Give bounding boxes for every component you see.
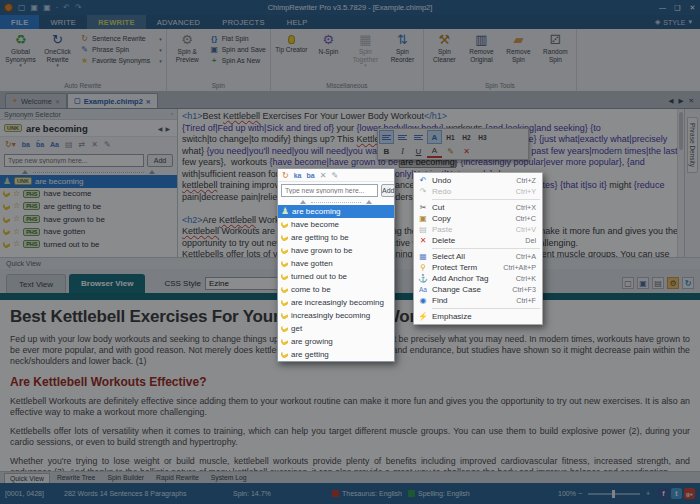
undo-icon: ↶: [414, 176, 432, 185]
anchor-icon: ⚓: [414, 274, 432, 283]
find-icon: ◉: [414, 296, 432, 305]
popup-synonym-item[interactable]: are growing: [278, 335, 394, 348]
redo-icon: ↷: [414, 187, 432, 196]
menu-item-find[interactable]: ◉FindCtrl+F: [414, 295, 542, 306]
menu-item-label: Protect Term: [432, 263, 503, 272]
synonym-text: are becoming: [292, 207, 340, 216]
popup-synonym-item[interactable]: have become: [278, 218, 394, 231]
synonym-text: are increasingly becoming: [291, 298, 384, 307]
remove-icon[interactable]: ✕: [320, 171, 327, 180]
popup-synonym-list: ♟are becominghave becomeare getting to b…: [278, 205, 394, 361]
chimprewriter-window: ▢ ▣ ▣ · ↶ ↷ ChimpRewriter Pro v3.5.7829 …: [0, 0, 700, 504]
menu-shortcut: Ctrl+Alt+P: [503, 263, 536, 272]
banana-icon: [280, 272, 289, 281]
banana-icon: [280, 311, 289, 320]
synonym-text: have grown to be: [291, 246, 352, 255]
synonym-text: come to be: [291, 285, 331, 294]
popup-synonym-item[interactable]: are increasingly becoming: [278, 296, 394, 309]
synonym-text: are growing: [291, 337, 333, 346]
menu-item-emphasize[interactable]: ⚡Emphasize: [414, 311, 542, 322]
banana-icon: [280, 298, 289, 307]
menu-shortcut: Ctrl+Z: [516, 176, 536, 185]
edit-icon[interactable]: ✎: [331, 171, 338, 180]
popup-synonym-item[interactable]: come to be: [278, 283, 394, 296]
menu-item-label: Copy: [432, 214, 515, 223]
menu-shortcut: Ctrl+K: [516, 274, 536, 283]
menu-item-label: Paste: [432, 225, 516, 234]
banana-icon: [280, 233, 289, 242]
synonym-text: increasingly becoming: [291, 311, 370, 320]
change-case-icon: Aa: [414, 286, 432, 293]
menu-item-cut[interactable]: ✂CutCtrl+X: [414, 202, 542, 213]
case-icon[interactable]: ka: [294, 172, 302, 179]
menu-shortcut: Ctrl+Y: [516, 187, 536, 196]
synonym-popup: ↻ ka ba ✕ ✎ Add ♟are becominghave become…: [277, 168, 395, 362]
menu-item-copy[interactable]: ▣CopyCtrl+C: [414, 213, 542, 224]
cut-icon: ✂: [414, 203, 432, 212]
menu-item-delete[interactable]: ✕DeleteDel: [414, 235, 542, 246]
menu-item-label: Cut: [432, 203, 516, 212]
popup-synonym-item[interactable]: have gotten: [278, 257, 394, 270]
menu-item-add-anchor-tag[interactable]: ⚓Add Anchor TagCtrl+K: [414, 273, 542, 284]
synonym-text: have gotten: [291, 259, 333, 268]
person-icon: ♟: [281, 207, 289, 216]
paste-icon: ▤: [414, 225, 432, 234]
popup-synonym-item[interactable]: are getting to be: [278, 231, 394, 244]
menu-separator: [432, 248, 540, 249]
menu-item-redo[interactable]: ↷RedoCtrl+Y: [414, 186, 542, 197]
banana-icon: [280, 246, 289, 255]
case-icon[interactable]: ba: [307, 172, 315, 179]
menu-item-undo[interactable]: ↶UndoCtrl+Z: [414, 175, 542, 186]
popup-synonym-item[interactable]: ♟are becoming: [278, 205, 394, 218]
protect-term-icon: ⚲: [414, 263, 432, 272]
popup-synonym-item[interactable]: increasingly becoming: [278, 309, 394, 322]
menu-item-protect-term[interactable]: ⚲Protect TermCtrl+Alt+P: [414, 262, 542, 273]
spin-icon[interactable]: ↻: [282, 171, 289, 180]
delete-icon: ✕: [414, 236, 432, 245]
menu-item-label: Add Anchor Tag: [432, 274, 516, 283]
popup-add-button[interactable]: Add: [381, 184, 395, 197]
menu-item-label: Redo: [432, 187, 516, 196]
menu-shortcut: Del: [525, 236, 536, 245]
synonym-text: are getting: [291, 350, 329, 359]
synonym-text: are getting to be: [291, 233, 349, 242]
banana-icon: [280, 324, 289, 333]
banana-icon: [280, 285, 289, 294]
copy-icon: ▣: [414, 214, 432, 223]
menu-item-label: Select All: [432, 252, 516, 261]
select-all-icon: ▦: [414, 252, 432, 261]
menu-item-label: Delete: [432, 236, 525, 245]
menu-separator: [432, 199, 540, 200]
popup-new-synonym-input[interactable]: [281, 184, 378, 197]
menu-shortcut: Ctrl+A: [516, 252, 536, 261]
menu-separator: [432, 308, 540, 309]
popup-synonym-item[interactable]: turned out to be: [278, 270, 394, 283]
menu-shortcut: Ctrl+X: [516, 203, 536, 212]
menu-shortcut: Ctrl+V: [516, 225, 536, 234]
menu-item-select-all[interactable]: ▦Select AllCtrl+A: [414, 251, 542, 262]
menu-shortcut: Ctrl+F: [516, 296, 536, 305]
menu-item-label: Change Case: [432, 285, 512, 294]
menu-item-label: Emphasize: [432, 312, 536, 321]
scroll-up-icon[interactable]: [366, 200, 372, 204]
menu-item-change-case[interactable]: AaChange CaseCtrl+F3: [414, 284, 542, 295]
banana-icon: [280, 350, 289, 359]
context-menu: ↶UndoCtrl+Z↷RedoCtrl+Y✂CutCtrl+X▣CopyCtr…: [413, 172, 543, 325]
banana-icon: [280, 220, 289, 229]
menu-shortcut: Ctrl+C: [515, 214, 536, 223]
scroll-up-icon[interactable]: [300, 200, 306, 204]
synonym-text: turned out to be: [291, 272, 347, 281]
popup-synonym-item[interactable]: get: [278, 322, 394, 335]
popup-toolbar: ↻ ka ba ✕ ✎: [278, 169, 394, 182]
synonym-text: get: [291, 324, 302, 333]
popup-synonym-item[interactable]: have grown to be: [278, 244, 394, 257]
popup-synonym-item[interactable]: are getting: [278, 348, 394, 361]
synonym-text: have become: [291, 220, 339, 229]
banana-icon: [280, 259, 289, 268]
banana-icon: [280, 337, 289, 346]
menu-shortcut: Ctrl+F3: [512, 285, 536, 294]
menu-item-label: Undo: [432, 176, 516, 185]
menu-item-paste[interactable]: ▤PasteCtrl+V: [414, 224, 542, 235]
emphasize-icon: ⚡: [414, 312, 432, 321]
menu-item-label: Find: [432, 296, 516, 305]
